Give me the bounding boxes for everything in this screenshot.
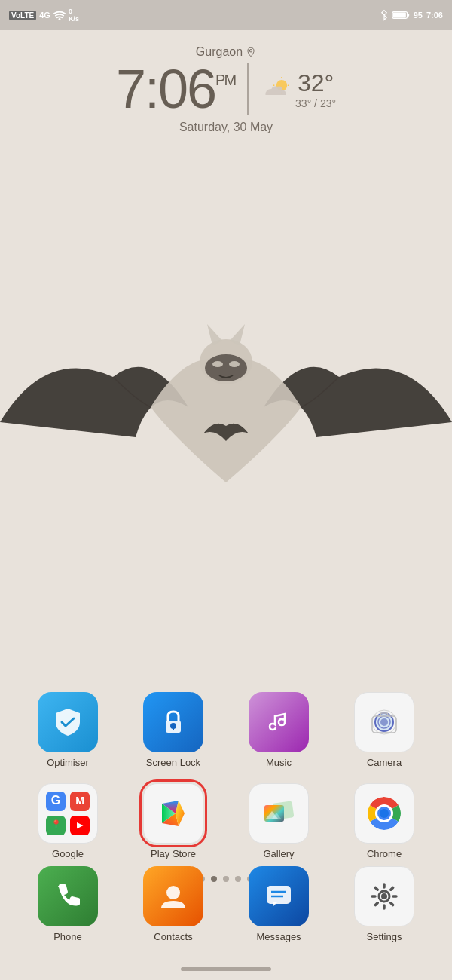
- status-bar: VoLTE 4G 0K/s 95 7:06: [0, 0, 452, 30]
- weather-widget: Gurgaon 7:06PM 32°: [0, 45, 452, 134]
- time-weather-divider: [247, 63, 249, 115]
- gallery-icon: [249, 783, 309, 844]
- svg-rect-18: [173, 726, 174, 730]
- svg-text:M: M: [75, 795, 84, 807]
- svg-point-10: [249, 50, 252, 53]
- data-speed: 0K/s: [69, 8, 79, 23]
- battery-icon: [392, 10, 410, 20]
- play-store-label: Play Store: [151, 848, 196, 859]
- date-display: Saturday, 30 May: [0, 121, 452, 134]
- svg-rect-8: [407, 14, 409, 16]
- app-gallery[interactable]: Gallery: [237, 783, 320, 859]
- svg-point-4: [212, 361, 223, 367]
- svg-text:▶: ▶: [77, 820, 84, 829]
- music-label: Music: [266, 757, 292, 768]
- battery-level: 95: [414, 11, 423, 20]
- weather-info: 32° 33° / 23°: [261, 69, 336, 109]
- signal-strength: 4G: [39, 11, 50, 20]
- svg-point-5: [229, 361, 240, 367]
- svg-point-45: [380, 809, 389, 818]
- svg-rect-9: [392, 13, 405, 18]
- screen-lock-icon: [143, 692, 203, 752]
- svg-rect-47: [267, 886, 291, 904]
- app-row-2: G M 📍 ▶ Google: [15, 783, 437, 859]
- app-chrome[interactable]: Chrome: [343, 783, 426, 859]
- svg-point-51: [381, 893, 387, 899]
- camera-label: Camera: [367, 757, 402, 768]
- weather-icon: [261, 75, 291, 103]
- temperature: 32°: [295, 69, 336, 97]
- messages-label: Messages: [256, 931, 301, 942]
- svg-point-46: [166, 886, 180, 899]
- svg-text:G: G: [51, 794, 60, 807]
- phone-icon: [38, 866, 98, 926]
- app-row-1: Optimiser Screen Lock: [15, 692, 437, 768]
- optimiser-icon: [38, 692, 98, 752]
- dock-contacts[interactable]: Contacts: [132, 866, 215, 942]
- status-time: 7:06: [426, 11, 443, 20]
- settings-label: Settings: [367, 931, 402, 942]
- optimiser-label: Optimiser: [47, 757, 89, 768]
- dock-phone[interactable]: Phone: [26, 866, 109, 942]
- app-google[interactable]: G M 📍 ▶ Google: [26, 783, 109, 859]
- messages-icon: [249, 866, 309, 926]
- camera-icon: [354, 692, 414, 752]
- phone-label: Phone: [53, 931, 82, 942]
- gallery-label: Gallery: [263, 848, 294, 859]
- wifi-icon: [53, 10, 66, 20]
- google-label: Google: [52, 848, 84, 859]
- svg-rect-39: [264, 805, 284, 822]
- svg-point-24: [380, 718, 388, 726]
- app-screen-lock[interactable]: Screen Lock: [132, 692, 215, 768]
- settings-icon: [354, 866, 414, 926]
- svg-text:📍: 📍: [50, 819, 62, 830]
- chrome-label: Chrome: [367, 848, 402, 859]
- dock-settings[interactable]: Settings: [343, 866, 426, 942]
- contacts-label: Contacts: [154, 931, 192, 942]
- svg-point-6: [59, 18, 61, 20]
- dock-messages[interactable]: Messages: [237, 866, 320, 942]
- bluetooth-icon: [380, 9, 388, 21]
- app-grid: Optimiser Screen Lock: [0, 692, 452, 874]
- music-icon: [249, 692, 309, 752]
- location-icon: [246, 47, 256, 57]
- app-play-store[interactable]: Play Store: [132, 783, 215, 859]
- status-left: VoLTE 4G 0K/s: [9, 8, 79, 23]
- status-right: 95 7:06: [380, 9, 443, 21]
- app-music[interactable]: Music: [237, 692, 320, 768]
- app-optimiser[interactable]: Optimiser: [26, 692, 109, 768]
- carrier-label: VoLTE: [9, 11, 36, 20]
- batman-wallpaper: [0, 286, 452, 550]
- dock: Phone Contacts Messages: [0, 866, 452, 942]
- contacts-icon: [143, 866, 203, 926]
- app-camera[interactable]: Camera: [343, 692, 426, 768]
- screen-lock-label: Screen Lock: [146, 757, 200, 768]
- chrome-icon: [354, 783, 414, 844]
- home-indicator[interactable]: [181, 967, 271, 971]
- google-icon: G M 📍 ▶: [38, 783, 98, 844]
- city-name: Gurgaon: [0, 45, 452, 59]
- temp-range: 33° / 23°: [295, 97, 336, 109]
- clock-display: 7:06PM: [116, 62, 235, 116]
- play-store-icon: [143, 783, 203, 844]
